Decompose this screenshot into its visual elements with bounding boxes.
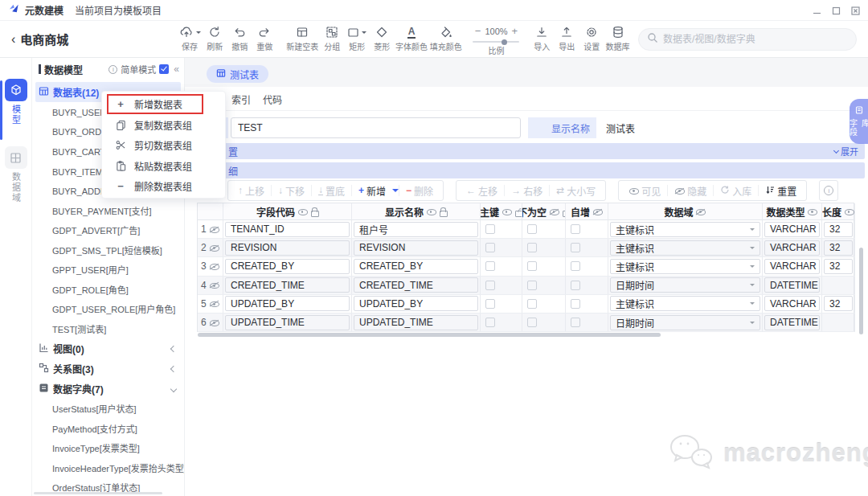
move-down-button[interactable]: ↓下移	[272, 184, 311, 198]
add-field-button[interactable]: +新增	[352, 184, 392, 198]
sidebar-scrollbar[interactable]	[34, 492, 162, 494]
sidebar-table-item[interactable]: GDPT_ROLE[角色]	[32, 280, 184, 300]
search-box[interactable]	[638, 28, 857, 51]
sidebar-table-item[interactable]: GPPT_USER[用户]	[32, 260, 184, 280]
menu-item-copy-group[interactable]: 复制数据表组	[102, 115, 225, 136]
menu-item-cut-group[interactable]: 剪切数据表组	[102, 135, 225, 156]
sidebar-table-item[interactable]: GDPT_USER_ROLE[用户角色]	[32, 299, 184, 319]
field-code-input[interactable]: CREATED_BY	[225, 259, 350, 274]
new-empty-table-button[interactable]: 新建空表	[286, 23, 318, 54]
data-domain-select[interactable]: 主键标识	[610, 259, 760, 274]
auto-increment-checkbox[interactable]	[571, 261, 580, 271]
display-name-input[interactable]: 租户号	[354, 222, 478, 237]
not-null-checkbox[interactable]	[527, 318, 537, 327]
collapse-sidebar-icon[interactable]: «	[174, 64, 179, 75]
minimize-button[interactable]	[812, 6, 821, 15]
zoom-slider-handle[interactable]	[502, 39, 507, 45]
tab-index[interactable]: 索引	[231, 87, 251, 111]
expand-link[interactable]: 展开	[834, 143, 858, 159]
display-name-input[interactable]: CREATED_BY	[354, 259, 478, 274]
sidebar-table-item[interactable]: TEST[测试表]	[32, 319, 184, 339]
sidebar-group-relations[interactable]: 关系图(3)	[32, 359, 184, 379]
import-button[interactable]: 导入	[530, 23, 553, 54]
auto-increment-checkbox[interactable]	[571, 318, 580, 327]
length-input[interactable]: 32	[824, 296, 853, 311]
redo-button[interactable]: 重做	[253, 23, 276, 54]
primary-key-checkbox[interactable]	[485, 261, 495, 271]
search-input[interactable]	[663, 34, 840, 45]
visible-button[interactable]: 可见	[622, 184, 667, 198]
header-length[interactable]: 长度	[822, 203, 855, 220]
data-type-value[interactable]: VARCHAR	[764, 222, 820, 237]
maximize-button[interactable]	[831, 6, 841, 15]
menu-item-delete-group[interactable]: − 删除数据表组	[102, 176, 225, 197]
delete-field-button[interactable]: −删除	[399, 184, 440, 198]
font-color-button[interactable]: A 字体颜色	[395, 23, 428, 54]
field-code-input[interactable]: UPDATED_TIME	[225, 315, 350, 330]
rail-item-domain[interactable]: 数据域	[0, 146, 31, 203]
save-button[interactable]: 保存	[178, 23, 201, 54]
undo-button[interactable]: 撤销	[228, 23, 251, 54]
auto-increment-checkbox[interactable]	[571, 281, 580, 290]
sidebar-group-views[interactable]: 视图(0)	[32, 338, 184, 359]
primary-key-checkbox[interactable]	[485, 299, 495, 309]
primary-key-checkbox[interactable]	[485, 318, 495, 327]
rectangle-tool-button[interactable]: 矩形	[346, 23, 368, 54]
menu-item-add-table[interactable]: + 新增数据表	[102, 94, 225, 115]
zoom-out-button[interactable]: −	[475, 25, 481, 37]
back-icon[interactable]: ‹	[11, 33, 15, 46]
display-name-input[interactable]: REVISION	[354, 240, 478, 256]
vertical-scrollbar[interactable]	[859, 248, 863, 334]
hidden-button[interactable]: 隐藏	[668, 184, 713, 198]
not-null-checkbox[interactable]	[527, 281, 537, 290]
reset-sort-button[interactable]: 重置	[759, 184, 803, 198]
simple-mode-checkbox[interactable]	[159, 64, 169, 74]
not-null-checkbox[interactable]	[527, 243, 537, 252]
length-input[interactable]: 32	[824, 222, 853, 237]
header-data-type[interactable]: 数据类型	[763, 203, 822, 220]
data-domain-select[interactable]: 主键标识	[610, 222, 760, 237]
sidebar-dict-item[interactable]: PayMethod[支付方式]	[32, 419, 184, 439]
data-domain-select[interactable]: 主键标识	[610, 296, 760, 311]
length-input[interactable]	[824, 315, 853, 330]
data-type-value[interactable]: DATETIME	[764, 277, 820, 293]
header-primary-key[interactable]: 主键	[481, 203, 522, 220]
menu-item-paste-group[interactable]: 粘贴数据表组	[102, 156, 225, 177]
config-section-bar[interactable]: 置 展开	[196, 143, 865, 159]
move-right-button[interactable]: →右移	[505, 184, 549, 198]
diamond-tool-button[interactable]: 菱形	[371, 23, 393, 54]
tab-code[interactable]: 代码	[263, 87, 282, 111]
letter-case-button[interactable]: ⇄大小写	[550, 184, 602, 198]
group-button[interactable]: 分组	[321, 23, 343, 54]
display-name-input[interactable]: UPDATED_BY	[354, 296, 478, 311]
refresh-button[interactable]: 刷新	[203, 23, 226, 54]
auto-increment-checkbox[interactable]	[571, 224, 580, 234]
store-button[interactable]: 入库	[714, 184, 758, 198]
length-input[interactable]	[824, 277, 853, 293]
length-input[interactable]: 32	[824, 240, 853, 256]
header-field-code[interactable]: 字段代码	[223, 203, 352, 220]
add-field-caret-icon[interactable]	[392, 189, 399, 195]
display-name-input[interactable]	[600, 117, 855, 138]
field-code-input[interactable]: TENANT_ID	[225, 222, 350, 237]
horizontal-scrollbar[interactable]	[198, 333, 661, 337]
sidebar-dict-item[interactable]: UserStatus[用户状态]	[32, 399, 184, 419]
header-display-name[interactable]: 显示名称	[352, 203, 481, 220]
to-bottom-button[interactable]: ↓置底	[312, 184, 351, 198]
not-null-checkbox[interactable]	[527, 299, 537, 309]
header-auto-increment[interactable]: 自增	[566, 203, 608, 220]
field-code-input[interactable]: CREATED_TIME	[225, 277, 350, 293]
auto-increment-checkbox[interactable]	[571, 299, 580, 309]
settings-button[interactable]: 设置	[580, 23, 603, 54]
sidebar-table-item[interactable]: GDPT_SMS_TPL[短信模板]	[32, 240, 184, 260]
move-left-button[interactable]: ←左移	[460, 184, 504, 198]
auto-increment-checkbox[interactable]	[571, 243, 580, 252]
data-type-value[interactable]: VARCHAR	[764, 259, 820, 274]
primary-key-checkbox[interactable]	[485, 243, 495, 252]
sidebar-table-item[interactable]: GDPT_ADVERT[广告]	[32, 220, 184, 240]
primary-key-checkbox[interactable]	[485, 224, 495, 234]
sidebar-table-item[interactable]: BUYER_PAYMENT[支付]	[32, 201, 184, 221]
close-button[interactable]	[850, 6, 860, 15]
field-library-button[interactable]: 字段库	[850, 99, 868, 144]
doc-tab-test-table[interactable]: 测试表	[207, 65, 268, 83]
